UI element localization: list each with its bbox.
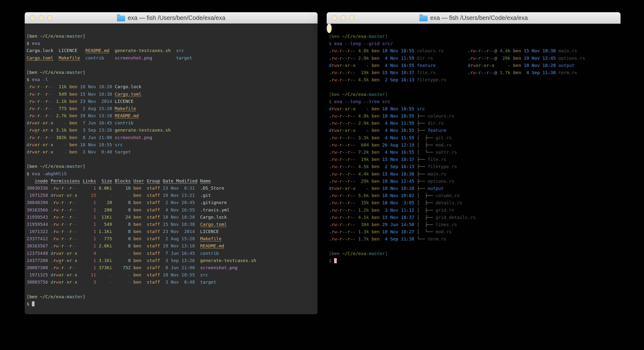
close-button[interactable]: [332, 15, 337, 20]
perm-char: -: [353, 114, 356, 118]
perm-char: r: [348, 70, 350, 75]
perm-char: -: [342, 200, 345, 205]
terminal-left-content[interactable]: [ben ~/C/e/exa:master]$ exaCargo.lock LI…: [25, 24, 318, 314]
fg-text: [130, 229, 133, 234]
blocks-text: 752: [112, 265, 130, 270]
size-text: 4.1k: [356, 215, 369, 220]
perm-char: r: [340, 142, 342, 148]
ppath-text: ~/C/e/exa: [342, 34, 366, 39]
perm-char: r: [478, 63, 481, 68]
user-text: ben: [372, 172, 380, 176]
perm-char: r: [332, 150, 334, 154]
perm-char: .: [329, 157, 332, 162]
user-text: ben: [69, 128, 77, 132]
perm-char: -: [48, 120, 50, 126]
perm-char: r: [38, 84, 40, 89]
perm-char: -: [350, 142, 353, 148]
fg-text: [67, 106, 69, 111]
inode-text: 23377412: [26, 236, 48, 241]
fg-text: [414, 56, 417, 61]
fg-text: grid_details.rs: [436, 215, 476, 220]
fg-text: [67, 149, 69, 154]
window-title-group: exa — fish /Users/ben/Code/exa/exa: [420, 14, 528, 21]
cmd-text: exa: [32, 171, 40, 176]
perm-char: w: [56, 214, 59, 220]
perm-char: r: [348, 77, 350, 82]
terminal-line: .rw-r--r-- 384 ben 29 Jun 14:50 │ ├── li…: [329, 221, 332, 228]
perm-char: .: [329, 236, 332, 242]
terminal-window-light: exa — fish /Users/ben/Code/exa/exa [ben …: [327, 12, 620, 314]
perm-char: -: [484, 48, 486, 53]
perm-char: -: [342, 135, 345, 140]
perm-char: r: [348, 135, 350, 140]
fg-text: file.rs: [417, 70, 436, 75]
perm-char: x: [75, 280, 78, 284]
user-text: ben: [372, 114, 380, 118]
fg-text: [195, 207, 200, 212]
perm-char: w: [334, 70, 337, 75]
fg-text: [48, 178, 50, 184]
perm-char: w: [334, 236, 337, 242]
perm-char: r: [29, 128, 32, 132]
perm-char: .: [26, 113, 29, 118]
perm-char: r: [340, 120, 342, 126]
terminal-line: .rw-r--r-- 4.4k ben 15 Nov 18:38 ├── mai…: [329, 170, 332, 178]
close-button[interactable]: [30, 15, 35, 20]
blocks-text: 8: [112, 207, 130, 212]
fg-text: LICENCE: [200, 229, 219, 234]
fg-text: dir.rs: [417, 56, 433, 61]
tree-text: │ ├──: [417, 193, 436, 198]
fg-text: [78, 113, 80, 118]
pb-text: ]: [385, 34, 388, 39]
sh-text: generate-testcases.sh: [115, 48, 171, 53]
date-text: 8 Jun 21:00: [80, 135, 112, 140]
fg-text: [380, 172, 382, 176]
perm-char: -: [345, 150, 348, 154]
perm-char: w: [334, 200, 337, 205]
pmaster-text: master: [369, 92, 385, 97]
perm-char: -: [481, 63, 484, 68]
perm-char: -: [64, 272, 67, 277]
terminal-right-content[interactable]: [ben ~/C/e/exa:master]$ exa --long --gri…: [327, 24, 332, 33]
date-text: 4 Nov 11:59: [382, 56, 414, 61]
perm-char: x: [43, 120, 45, 126]
fg-text: [369, 193, 372, 198]
perm-char: -: [59, 186, 61, 190]
dir-text: output: [558, 63, 574, 68]
puser-text: ben: [29, 164, 37, 169]
tree-text: ├──: [417, 120, 428, 126]
zoom-button[interactable]: [349, 15, 354, 20]
fg-text: git.rs: [436, 135, 452, 140]
titlebar[interactable]: exa — fish /Users/ben/Code/exa/exa: [327, 12, 620, 24]
user-text: ben: [134, 200, 142, 205]
perm-char: -: [342, 222, 345, 227]
fg-text: [48, 251, 50, 256]
dash-text: -: [96, 280, 112, 284]
perm-char: r: [348, 215, 350, 220]
titlebar[interactable]: exa — fish /Users/ben/Code/exa/exa: [25, 12, 318, 24]
user-text: ben: [69, 84, 77, 89]
fg-text: [195, 280, 200, 284]
fg-text: [414, 150, 417, 154]
perm-char: -: [43, 135, 45, 140]
dir-text: src: [176, 48, 184, 53]
size-text: 200: [96, 207, 112, 212]
perm-char: -: [345, 200, 348, 205]
perm-char: r: [29, 84, 32, 89]
perm-char: w: [334, 150, 337, 154]
perm-char: r: [340, 172, 342, 176]
ppath-text: ~/C/e/exa: [40, 70, 64, 75]
perm-char: -: [350, 56, 353, 61]
terminal-line: $ exa -l: [26, 76, 318, 83]
perm-char: w: [334, 56, 337, 61]
zoom-button[interactable]: [47, 15, 52, 20]
terminal-line: inode Permissions Links Size Blocks User…: [26, 178, 318, 184]
minimize-button[interactable]: [340, 15, 346, 20]
perm-char: x: [345, 63, 348, 68]
perm-char: x: [34, 128, 37, 132]
terminal-line: 31959544 .rw-r--r-- 1 549 8 ben staff 15…: [26, 221, 318, 228]
minimize-button[interactable]: [38, 15, 44, 20]
fg-text: [369, 128, 372, 133]
perm-char: -: [43, 92, 45, 96]
pmaster-text: master: [67, 294, 83, 299]
